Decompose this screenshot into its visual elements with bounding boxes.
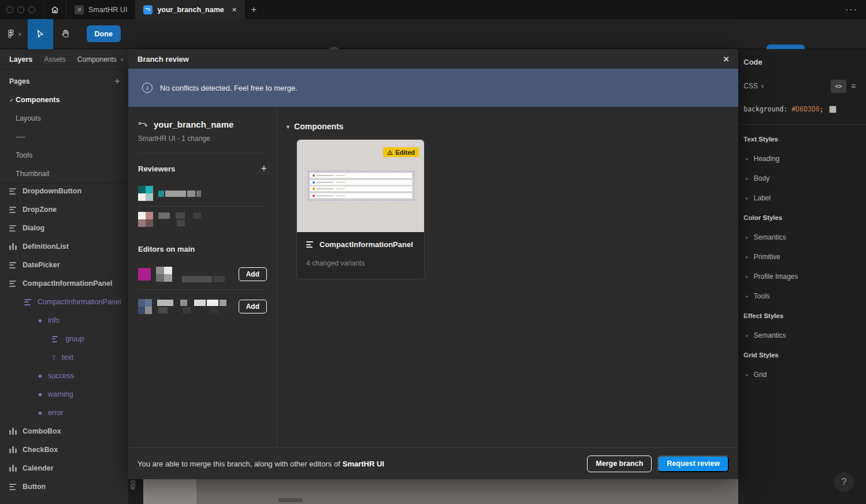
vertical-ruler: 450: [128, 479, 143, 504]
traffic-light-icon[interactable]: [28, 6, 35, 13]
code-view-icon[interactable]: <>: [831, 80, 846, 93]
no-conflicts-banner: i No conflicts detected. Feel free to me…: [128, 69, 738, 107]
branch-review-modal: Branch review × i No conflicts detected.…: [128, 49, 738, 479]
layer-item-compactinformationpanel[interactable]: CompactInformationPanel: [0, 293, 128, 311]
figma-logo-icon: [7, 29, 15, 38]
traffic-light-icon[interactable]: [17, 6, 24, 13]
changed-component-card[interactable]: Edited CompactInformationPanel 4 changed…: [296, 139, 425, 279]
layer-item-definitionlist[interactable]: DefinitionList: [0, 237, 128, 256]
help-button[interactable]: ?: [834, 472, 854, 492]
merge-branch-button[interactable]: Merge branch: [587, 456, 652, 472]
new-tab-button[interactable]: +: [245, 4, 262, 16]
components-toggle-label: Components: [77, 55, 117, 64]
layers-list: DropdownButtonDropZoneDialogDefinitionLi…: [0, 183, 128, 496]
style-item-tools[interactable]: ▸Tools: [739, 286, 866, 306]
components-page-toggle[interactable]: Components ∧: [77, 55, 124, 64]
avatar: [138, 299, 152, 314]
horizontal-scrollbar[interactable]: [278, 498, 303, 502]
reviewer-row: [138, 207, 267, 232]
layer-item-group[interactable]: group: [0, 330, 128, 348]
window-controls[interactable]: [0, 6, 43, 13]
style-item-semantics[interactable]: ▸Semantics: [739, 326, 866, 345]
components-section-header[interactable]: ▾ Components: [287, 122, 738, 131]
home-icon: [50, 5, 60, 14]
code-language-select[interactable]: CSS: [744, 82, 758, 90]
traffic-light-icon[interactable]: [6, 6, 13, 13]
layer-item-warning[interactable]: ◆warning: [0, 385, 128, 404]
layer-item-error[interactable]: ◆error: [0, 404, 128, 422]
layer-item-datepicker[interactable]: DatePicker: [0, 256, 128, 274]
css-code-line[interactable]: background: #D6D3D0 ;: [739, 98, 866, 121]
layer-item-checkbox[interactable]: CheckBox: [0, 440, 128, 459]
variants-icon: [9, 243, 17, 250]
layer-item-dialog[interactable]: Dialog: [0, 219, 128, 237]
done-button[interactable]: Done: [87, 25, 121, 42]
tab-close-icon[interactable]: ×: [232, 6, 237, 13]
style-item-label: Primitive: [754, 253, 780, 261]
component-icon: [9, 262, 17, 268]
layer-item-dropzone[interactable]: DropZone: [0, 200, 128, 219]
tab-assets[interactable]: Assets: [44, 55, 66, 64]
variant-text-line: [336, 175, 345, 176]
variant-status-dot: [313, 174, 315, 177]
page-item-thumbnail[interactable]: Thumbnail: [0, 165, 128, 183]
window-more-icon[interactable]: ···: [845, 0, 858, 19]
redacted-name: [157, 300, 226, 313]
page-item-item[interactable]: ----: [0, 128, 128, 146]
style-item-label: Tools: [754, 292, 770, 300]
modal-footer: You are able to merge this branch, along…: [128, 447, 738, 479]
style-item-grid[interactable]: ▸Grid: [739, 365, 866, 384]
canvas-area[interactable]: 450: [128, 479, 738, 504]
layer-item-button[interactable]: Button: [0, 477, 128, 496]
style-item-heading[interactable]: ▸Heading: [739, 149, 866, 169]
style-item-profile-images[interactable]: ▸Profile Images: [739, 267, 866, 286]
pages-header: Pages +: [0, 72, 128, 91]
editor-row: Add: [138, 290, 267, 323]
hand-tool-button[interactable]: [53, 19, 79, 49]
chevron-down-icon: ∨: [18, 31, 22, 37]
page-item-tools[interactable]: Tools: [0, 146, 128, 165]
page-label: Thumbnail: [16, 170, 49, 178]
style-item-label[interactable]: ▸Label: [739, 188, 866, 208]
add-page-icon[interactable]: +: [114, 76, 120, 87]
home-button[interactable]: [43, 0, 66, 19]
layer-label: DefinitionList: [23, 242, 69, 251]
layer-item-combobox[interactable]: ComboBox: [0, 422, 128, 440]
layer-item-compactinformationpanel[interactable]: CompactInformationPanel: [0, 274, 128, 293]
page-item-components[interactable]: ✓Components: [0, 91, 128, 109]
component-icon: [9, 484, 17, 490]
style-item-body[interactable]: ▸Body: [739, 169, 866, 188]
css-value: #D6D3D0: [791, 105, 819, 113]
move-tool-button[interactable]: [28, 19, 53, 49]
style-item-semantics[interactable]: ▸Semantics: [739, 227, 866, 247]
tab-layers[interactable]: Layers: [9, 55, 32, 64]
add-reviewer-icon[interactable]: +: [261, 163, 267, 175]
layer-item-dropdownbutton[interactable]: DropdownButton: [0, 182, 128, 200]
close-icon[interactable]: ×: [723, 54, 729, 64]
add-editor-button[interactable]: Add: [239, 300, 267, 313]
variant-preview-row: [310, 186, 412, 192]
variant-status-dot: [313, 188, 315, 190]
chevron-up-icon: ∧: [120, 57, 124, 62]
avatar: [138, 268, 151, 281]
file-tab-your-branch-name[interactable]: your_branch_name ×: [135, 0, 245, 19]
table-view-icon[interactable]: ≡: [846, 80, 860, 93]
layer-item-calender[interactable]: Calender: [0, 459, 128, 477]
inspect-panel: Code CSS ∨ <> ≡ background: #D6D3D0 ; Te…: [738, 49, 866, 504]
layer-item-success[interactable]: ◆success: [0, 367, 128, 385]
redacted-name: [158, 212, 201, 226]
file-tab-smarthr-ui[interactable]: SmartHR UI: [66, 0, 135, 19]
layer-label: info: [48, 316, 60, 324]
component-icon: [306, 241, 314, 248]
layer-item-text[interactable]: Ttext: [0, 348, 128, 367]
tab-label: SmartHR UI: [88, 6, 127, 14]
page-item-layouts[interactable]: Layouts: [0, 109, 128, 128]
variants-icon: [9, 428, 17, 435]
layer-item-info[interactable]: ◆info: [0, 311, 128, 330]
request-review-button[interactable]: Request review: [657, 456, 729, 472]
page-label: ----: [16, 133, 25, 141]
style-item-primitive[interactable]: ▸Primitive: [739, 247, 866, 267]
add-editor-button[interactable]: Add: [239, 267, 267, 281]
main-menu-button[interactable]: ∨: [0, 19, 28, 49]
variant-text-line: [317, 195, 334, 196]
